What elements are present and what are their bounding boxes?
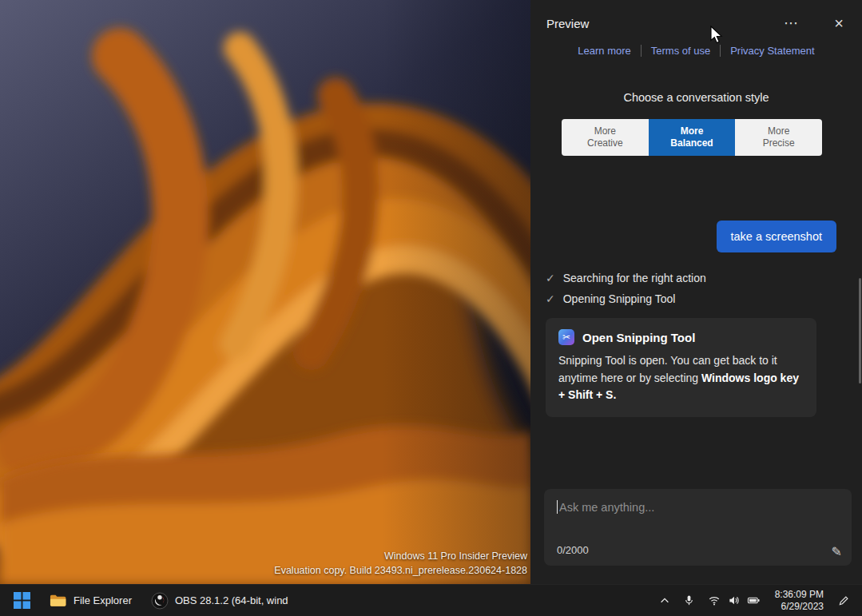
step-label: Opening Snipping Tool <box>563 292 676 305</box>
taskbar-app-label: File Explorer <box>73 594 132 606</box>
learn-more-link[interactable]: Learn more <box>568 45 640 57</box>
tray-overflow-button[interactable] <box>653 588 676 614</box>
taskbar: File Explorer OBS 28.1.2 (64-bit, wind <box>0 584 862 616</box>
bloom-wallpaper <box>0 0 530 584</box>
pen-icon: ✎ <box>832 545 842 558</box>
file-explorer-icon <box>50 593 67 608</box>
step-label: Searching for the right action <box>563 272 706 284</box>
status-steps: ✓ Searching for the right action ✓ Openi… <box>546 268 862 309</box>
conversation-style-heading: Choose a conversation style <box>530 91 862 104</box>
conversation-style-picker: More Creative More Balanced More Precise <box>562 119 822 156</box>
style-option-label: More <box>768 125 789 137</box>
battery-icon <box>747 594 761 606</box>
start-button[interactable] <box>6 588 38 614</box>
clock-button[interactable]: 8:36:09 PM 6/29/2023 <box>768 588 831 614</box>
status-step: ✓ Opening Snipping Tool <box>546 288 862 309</box>
close-button[interactable]: × <box>824 11 854 35</box>
style-option-label: Balanced <box>670 137 713 149</box>
microphone-icon <box>683 594 695 606</box>
card-title: Open Snipping Tool <box>582 331 695 344</box>
scissors-glyph: ✂ <box>562 332 570 343</box>
chat-input-placeholder: Ask me anything... <box>559 501 654 514</box>
card-header: ✂ Open Snipping Tool <box>558 329 804 345</box>
panel-title: Preview <box>546 17 589 30</box>
system-tray: 8:36:09 PM 6/29/2023 <box>653 585 862 616</box>
quick-settings-button[interactable] <box>702 588 766 614</box>
snipping-tool-icon: ✂ <box>558 329 574 345</box>
check-icon: ✓ <box>546 272 555 284</box>
pen-button[interactable]: ✎ <box>832 544 842 559</box>
taskbar-app-label: OBS 28.1.2 (64-bit, wind <box>175 594 288 606</box>
wifi-icon <box>708 594 721 606</box>
card-body: Snipping Tool is open. You can get back … <box>558 352 804 404</box>
snipping-tool-card: ✂ Open Snipping Tool Snipping Tool is op… <box>546 318 816 417</box>
windows-logo-icon <box>14 592 30 609</box>
char-counter: 0/2000 <box>557 544 589 556</box>
insider-watermark: Windows 11 Pro Insider Preview Evaluatio… <box>274 549 527 578</box>
input-text-row: Ask me anything... <box>557 500 839 514</box>
desktop[interactable]: Windows 11 Pro Insider Preview Evaluatio… <box>0 0 530 584</box>
style-option-label: Creative <box>587 137 623 149</box>
watermark-line2: Evaluation copy. Build 23493.ni_prerelea… <box>274 563 527 578</box>
pen-workspace-button[interactable] <box>832 588 856 614</box>
chevron-up-icon <box>659 595 670 606</box>
status-step: ✓ Searching for the right action <box>546 268 862 288</box>
copilot-header: Preview ⋯ × <box>530 0 862 35</box>
more-options-icon: ⋯ <box>784 15 798 31</box>
style-option-label: More <box>681 125 704 137</box>
scrollbar-thumb[interactable] <box>859 278 861 384</box>
style-more-creative[interactable]: More Creative <box>562 119 649 156</box>
tray-time: 8:36:09 PM <box>775 589 824 601</box>
watermark-line1: Windows 11 Pro Insider Preview <box>274 549 527 563</box>
privacy-statement-link[interactable]: Privacy Statement <box>720 45 824 57</box>
style-option-label: More <box>594 125 616 137</box>
copilot-panel: Preview ⋯ × Learn moreTerms of usePrivac… <box>530 0 862 584</box>
tray-date: 6/29/2023 <box>781 601 824 613</box>
style-option-label: Precise <box>763 137 795 149</box>
user-message-bubble: take a screenshot <box>717 221 836 252</box>
legal-links: Learn moreTerms of usePrivacy Statement <box>530 45 862 57</box>
obs-icon <box>151 592 169 610</box>
header-actions: ⋯ × <box>776 11 854 35</box>
style-more-balanced[interactable]: More Balanced <box>649 119 736 156</box>
taskbar-file-explorer[interactable]: File Explorer <box>42 588 139 614</box>
taskbar-obs[interactable]: OBS 28.1.2 (64-bit, wind <box>144 588 296 614</box>
taskbar-apps: File Explorer OBS 28.1.2 (64-bit, wind <box>0 588 296 614</box>
pen-icon <box>838 594 850 606</box>
more-options-button[interactable]: ⋯ <box>776 11 806 35</box>
screen: Windows 11 Pro Insider Preview Evaluatio… <box>0 0 862 616</box>
style-more-precise[interactable]: More Precise <box>735 119 822 156</box>
chat-input[interactable]: Ask me anything... 0/2000 ✎ <box>544 489 852 566</box>
close-icon: × <box>834 14 844 32</box>
check-icon: ✓ <box>546 292 555 305</box>
user-message-row: take a screenshot <box>530 221 862 252</box>
text-caret <box>557 500 558 514</box>
terms-of-use-link[interactable]: Terms of use <box>641 45 720 57</box>
microphone-indicator[interactable] <box>677 588 701 614</box>
speaker-icon <box>728 594 740 606</box>
